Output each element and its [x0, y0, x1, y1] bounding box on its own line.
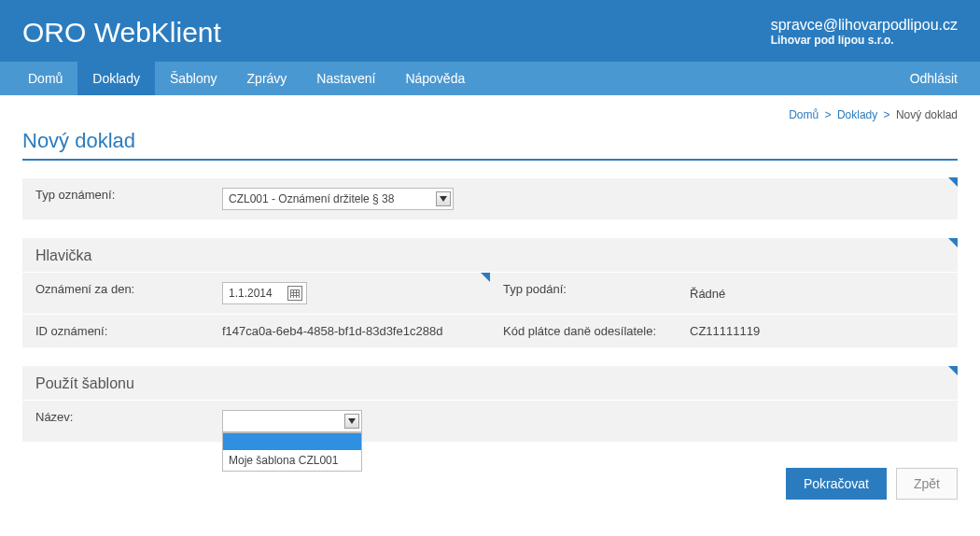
user-email: spravce@lihovarpodlipou.cz	[771, 17, 958, 34]
nav-item-domu[interactable]: Domů	[13, 62, 77, 95]
main-nav: Domů Doklady Šablony Zprávy Nastavení Ná…	[0, 62, 980, 95]
breadcrumb-sep: >	[881, 108, 893, 121]
continue-button[interactable]: Pokračovat	[786, 468, 887, 500]
typ-podani-value: Řádné	[686, 273, 958, 314]
nazev-option-1[interactable]: Moje šablona CZL001	[223, 450, 361, 471]
content: Domů > Doklady > Nový doklad Nový doklad…	[0, 95, 980, 522]
nav-item-logout[interactable]: Odhlásit	[895, 62, 967, 95]
nav-item-zpravy[interactable]: Zprávy	[232, 62, 302, 95]
breadcrumb-sep: >	[822, 108, 834, 121]
breadcrumb: Domů > Doklady > Nový doklad	[22, 105, 958, 129]
breadcrumb-link-doklady[interactable]: Doklady	[837, 108, 877, 121]
nav-item-sablony[interactable]: Šablony	[155, 62, 232, 95]
user-company: Lihovar pod lípou s.r.o.	[771, 34, 958, 47]
back-button[interactable]: Zpět	[896, 468, 958, 500]
typ-oznameni-label: Typ oznámení:	[22, 178, 218, 219]
oznameni-za-den-input[interactable]: 1.1.2014	[222, 282, 307, 304]
nav-item-nastaveni[interactable]: Nastavení	[301, 62, 390, 95]
user-block: spravce@lihovarpodlipou.cz Lihovar pod l…	[771, 17, 958, 47]
nazev-label: Název:	[22, 401, 218, 442]
nav-item-napoveda[interactable]: Nápověda	[390, 62, 480, 95]
panel-sablona: Použít šablonu Název: Moje šablona CZL00…	[22, 366, 958, 442]
svg-marker-1	[348, 418, 356, 424]
typ-oznameni-selected: CZL001 - Oznámení držitele § 38	[229, 192, 394, 205]
hlavicka-header: Hlavička	[22, 238, 958, 272]
sablona-header: Použít šablonu	[22, 366, 958, 400]
oznameni-za-den-label: Oznámení za den:	[22, 273, 218, 314]
id-oznameni-label: ID oznámení:	[22, 315, 218, 347]
kod-platce-value: CZ11111119	[686, 315, 958, 347]
nazev-dropdown-list: Moje šablona CZL001	[222, 432, 362, 472]
nav-item-doklady[interactable]: Doklady	[77, 62, 155, 95]
page-title: Nový doklad	[22, 129, 958, 161]
app-header: ORO WebKlient spravce@lihovarpodlipou.cz…	[0, 0, 980, 62]
oznameni-za-den-value: 1.1.2014	[229, 287, 273, 300]
chevron-down-icon	[344, 414, 359, 429]
nav-right: Odhlásit	[895, 62, 967, 95]
nav-left: Domů Doklady Šablony Zprávy Nastavení Ná…	[13, 62, 480, 95]
calendar-icon[interactable]	[287, 286, 302, 301]
svg-marker-0	[440, 196, 447, 202]
nazev-option-blank[interactable]	[223, 433, 361, 450]
breadcrumb-link-domu[interactable]: Domů	[789, 108, 819, 121]
id-oznameni-value: f147ca0a-6eb4-4858-bf1d-83d3fe1c288d	[218, 315, 490, 347]
button-bar: Pokračovat Zpět	[22, 468, 958, 500]
kod-platce-label: Kód plátce daně odesílatele:	[490, 315, 686, 347]
chevron-down-icon	[436, 191, 451, 206]
app-title: ORO WebKlient	[22, 17, 221, 49]
typ-oznameni-select[interactable]: CZL001 - Oznámení držitele § 38	[222, 188, 454, 210]
breadcrumb-current: Nový doklad	[896, 108, 958, 121]
typ-podani-label: Typ podání:	[490, 273, 686, 314]
panel-typ-oznameni: Typ oznámení: CZL001 - Oznámení držitele…	[22, 177, 958, 219]
nazev-select[interactable]	[222, 410, 362, 432]
panel-hlavicka: Hlavička Oznámení za den: 1.1.2014 Typ p…	[22, 238, 958, 347]
